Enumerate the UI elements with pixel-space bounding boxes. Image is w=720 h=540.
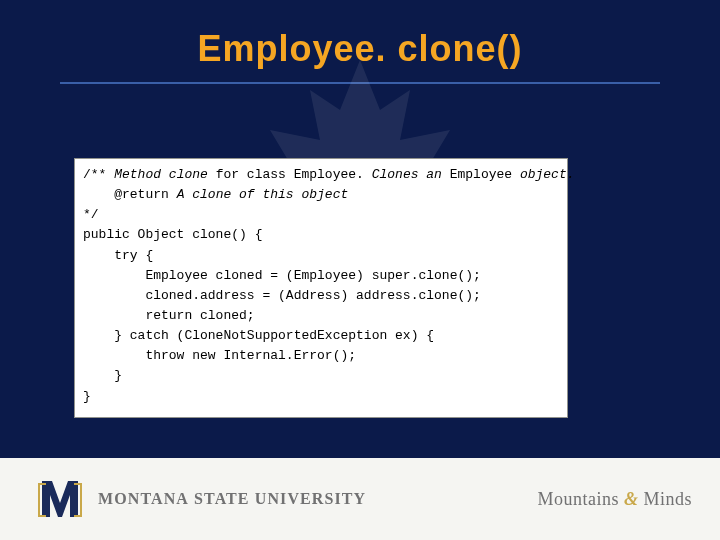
footer-tagline: Mountains & Minds (537, 489, 692, 510)
tagline-ampersand: & (624, 489, 639, 509)
code-line: throw new Internal.Error(); (83, 346, 559, 366)
code-line: public Object clone() { (83, 225, 559, 245)
slide-title: Employee. clone() (0, 0, 720, 82)
msu-logo-icon (36, 475, 84, 523)
university-name-rest: STATE UNIVERSITY (189, 490, 366, 507)
university-name-bold: MONTANA (98, 490, 189, 507)
code-line: */ (83, 205, 559, 225)
footer-left: MONTANA STATE UNIVERSITY (36, 475, 366, 523)
code-snippet: /** Method clone for class Employee. Clo… (74, 158, 568, 418)
tagline-left: Mountains (537, 489, 624, 509)
code-line: return cloned; (83, 306, 559, 326)
tagline-right: Minds (638, 489, 692, 509)
university-name: MONTANA STATE UNIVERSITY (98, 490, 366, 508)
slide-container: Employee. clone() /** Method clone for c… (0, 0, 720, 540)
code-line: /** Method clone for class Employee. Clo… (83, 167, 575, 182)
code-line: } catch (CloneNotSupportedException ex) … (83, 326, 559, 346)
code-line: @return A clone of this object (83, 187, 348, 202)
code-line: } (83, 387, 559, 407)
code-line: Employee cloned = (Employee) super.clone… (83, 266, 559, 286)
code-line: try { (83, 246, 559, 266)
footer-bar: MONTANA STATE UNIVERSITY Mountains & Min… (0, 458, 720, 540)
code-line: cloned.address = (Address) address.clone… (83, 286, 559, 306)
code-line: } (83, 366, 559, 386)
title-divider (60, 82, 660, 84)
